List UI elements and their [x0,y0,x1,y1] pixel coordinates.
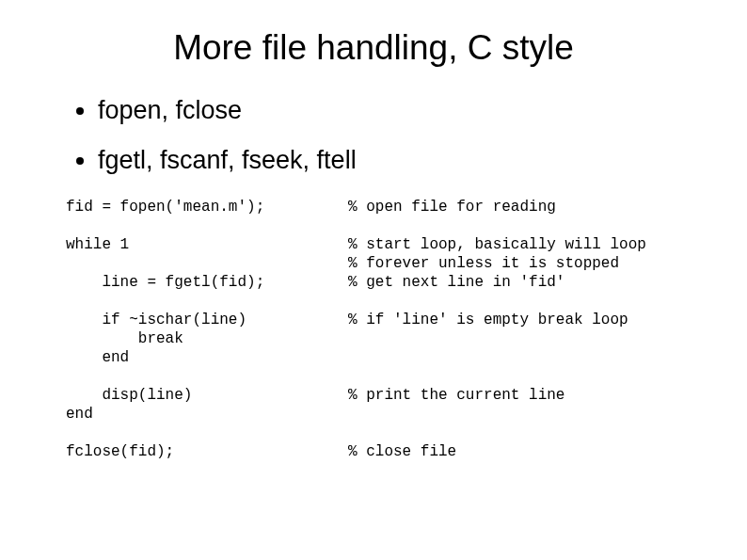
code-left: end [66,348,348,367]
code-right: % if 'line' is empty break loop [348,311,681,329]
bullet-item: fopen, fclose [98,96,681,125]
code-left: if ~ischar(line) [66,311,348,329]
code-right: % forever unless it is stopped [348,254,681,273]
page-title: More file handling, C style [66,28,681,68]
code-right: % close file [348,442,681,461]
code-left: line = fgetl(fid); [66,273,348,292]
code-left: disp(line) [66,386,348,405]
code-right: % open file for reading [348,198,681,216]
code-right: % start loop, basically will loop [348,235,681,254]
code-left: fid = fopen('mean.m'); [66,198,348,216]
bullet-list: fopen, fclose fgetl, fscanf, fseek, ftel… [66,96,681,175]
code-left: break [66,329,348,348]
code-left: end [66,405,348,424]
code-block: fid = fopen('mean.m'); % open file for r… [66,198,681,461]
code-right: % print the current line [348,386,681,405]
code-left: while 1 [66,235,348,254]
code-right: % get next line in 'fid' [348,273,681,292]
code-right [348,348,681,367]
code-right [348,405,681,424]
code-right [348,329,681,348]
bullet-item: fgetl, fscanf, fseek, ftell [98,146,681,175]
code-left [66,254,348,273]
code-left: fclose(fid); [66,442,348,461]
